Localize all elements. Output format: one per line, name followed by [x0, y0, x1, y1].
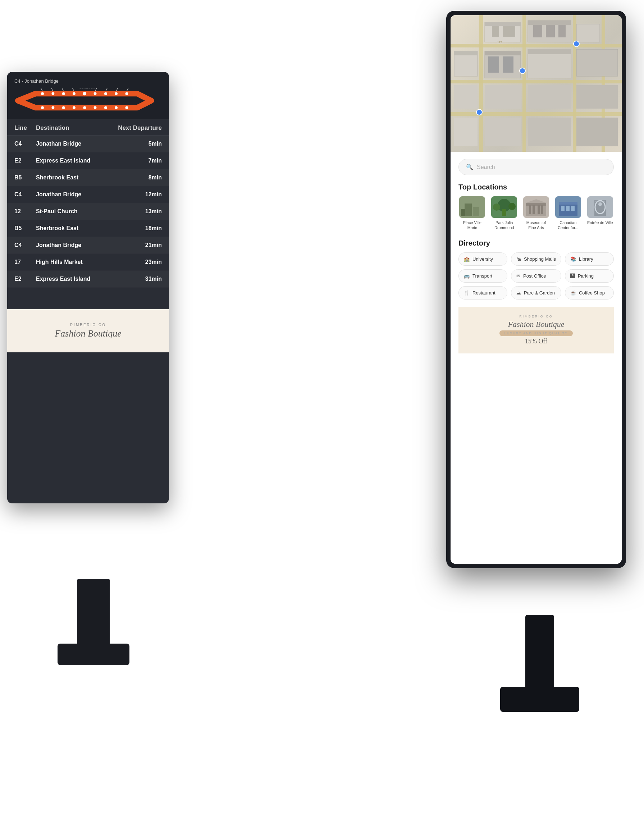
- svg-point-93: [598, 202, 602, 206]
- svg-point-65: [476, 109, 482, 115]
- svg-point-74: [508, 203, 516, 210]
- left-kiosk-ad: RIMBERIO CO Fashion Boutique: [7, 309, 169, 352]
- svg-rect-79: [532, 205, 535, 214]
- right-kiosk-screen: 172 🔍 Search Top Locations: [450, 15, 622, 564]
- svg-rect-42: [546, 25, 555, 37]
- svg-rect-80: [538, 205, 540, 214]
- svg-rect-68: [473, 207, 479, 216]
- svg-rect-59: [485, 118, 521, 146]
- location-item[interactable]: Canadian Center for...: [554, 196, 582, 230]
- right-kiosk-enclosure: 172 🔍 Search Top Locations: [446, 11, 626, 568]
- dir-btn-library[interactable]: 📚 Library: [565, 253, 614, 266]
- svg-rect-44: [577, 24, 600, 42]
- svg-point-1: [51, 93, 54, 95]
- directory-grid: 🏫 University 🛍 Shopping Malls 📚 Library: [458, 253, 614, 299]
- svg-rect-55: [485, 85, 521, 109]
- dir-btn-coffee[interactable]: ☕ Coffee Shop: [565, 286, 614, 299]
- library-icon: 📚: [570, 256, 576, 262]
- svg-rect-28: [450, 80, 622, 83]
- location-name: Park Julia Drummond: [490, 220, 518, 230]
- dir-btn-parking[interactable]: 🅿 Parking: [565, 269, 614, 283]
- col-line: Line: [14, 125, 36, 131]
- dir-btn-post-office[interactable]: ✉ Post Office: [511, 269, 561, 283]
- svg-point-0: [41, 93, 44, 95]
- search-icon: 🔍: [466, 163, 473, 170]
- row-line: B5: [14, 225, 36, 232]
- stand-neck-right: [525, 615, 554, 687]
- svg-point-7: [115, 93, 118, 95]
- row-time: 23min: [115, 259, 162, 266]
- svg-rect-36: [492, 26, 499, 37]
- svg-point-6: [104, 93, 107, 95]
- svg-rect-87: [566, 206, 570, 211]
- dir-btn-university[interactable]: 🏫 University: [458, 253, 507, 266]
- dir-btn-restaurant[interactable]: 🍴 Restaurant: [458, 286, 507, 299]
- row-time: 13min: [115, 208, 162, 214]
- search-bar[interactable]: 🔍 Search: [458, 159, 614, 175]
- row-dest: Sherbrook East: [36, 225, 115, 232]
- svg-rect-37: [503, 26, 510, 37]
- svg-point-12: [73, 106, 75, 109]
- svg-rect-53: [577, 49, 618, 76]
- dir-label-parking: Parking: [578, 273, 594, 278]
- row-line: E2: [14, 276, 36, 282]
- svg-line-23: [106, 88, 107, 91]
- svg-point-17: [125, 106, 128, 109]
- row-dest: Jonathan Bridge: [36, 242, 115, 248]
- transit-map-area: C4 - Jonathan Bridge: [7, 72, 169, 119]
- row-line: C4: [14, 242, 36, 248]
- svg-point-8: [125, 93, 128, 95]
- location-item[interactable]: Park Julia Drummond: [490, 196, 518, 230]
- search-placeholder[interactable]: Search: [477, 164, 495, 170]
- svg-line-20: [62, 88, 64, 91]
- row-line: 17: [14, 259, 36, 266]
- location-name: Entrée de Ville: [587, 220, 613, 225]
- svg-line-24: [116, 88, 118, 91]
- svg-point-3: [73, 93, 75, 95]
- row-time: 12min: [115, 191, 162, 198]
- dir-btn-shopping[interactable]: 🛍 Shopping Malls: [511, 253, 561, 266]
- right-ad-luxury: LUXURY AND HIGHT QUALITY: [500, 330, 573, 336]
- row-dest: Express East Island: [36, 276, 115, 282]
- post-office-icon: ✉: [516, 273, 520, 278]
- dir-label-post-office: Post Office: [523, 273, 546, 278]
- svg-rect-57: [577, 85, 618, 109]
- table-row: B5 Sherbrook East 8min: [7, 170, 169, 186]
- svg-point-73: [493, 203, 500, 211]
- svg-rect-54: [454, 85, 477, 109]
- location-item[interactable]: Museum of Fine Arts: [522, 196, 550, 230]
- row-line: 12: [14, 208, 36, 214]
- row-line: B5: [14, 174, 36, 181]
- table-row: 12 St-Paul Church 13min: [7, 203, 169, 220]
- ad-brand-small: RIMBERIO CO: [70, 323, 106, 327]
- dir-label-library: Library: [579, 256, 593, 262]
- row-line: E2: [14, 157, 36, 164]
- location-item[interactable]: Entrée de Ville: [586, 196, 614, 230]
- row-time: 8min: [115, 174, 162, 181]
- svg-point-4: [82, 92, 87, 96]
- stand-base: [58, 643, 130, 665]
- location-item[interactable]: Place Ville Marie: [458, 196, 486, 230]
- dir-btn-transport[interactable]: 🚌 Transport: [458, 269, 507, 283]
- row-time: 5min: [115, 141, 162, 147]
- row-time: 31min: [115, 276, 162, 282]
- svg-line-22: [95, 88, 97, 91]
- right-ad-brand-script: Fashion Boutique: [508, 320, 564, 329]
- svg-rect-38: [510, 26, 515, 37]
- svg-rect-78: [529, 205, 531, 214]
- locations-row: Place Ville Marie: [458, 196, 614, 230]
- dir-label-parc: Parc & Garden: [524, 290, 555, 296]
- svg-rect-43: [558, 25, 566, 37]
- svg-rect-32: [573, 15, 577, 152]
- location-thumb: [459, 196, 485, 218]
- svg-line-21: [72, 88, 74, 91]
- svg-point-9: [41, 106, 44, 109]
- ad-brand-script: Fashion Boutique: [54, 328, 122, 339]
- directory-title: Directory: [458, 239, 614, 247]
- dir-label-shopping: Shopping Malls: [524, 256, 556, 262]
- svg-point-13: [83, 106, 86, 109]
- location-thumb: [491, 196, 517, 218]
- map-svg: 172: [450, 15, 622, 152]
- table-row: C4 Jonathan Bridge 21min: [7, 237, 169, 254]
- dir-btn-parc[interactable]: ⛰ Parc & Garden: [511, 286, 561, 299]
